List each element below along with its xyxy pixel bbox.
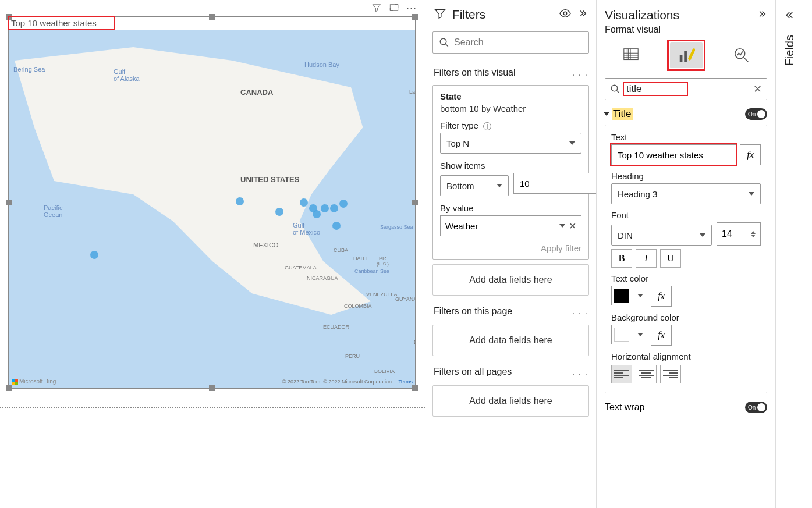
resize-handle[interactable] [412, 200, 418, 205]
collapse-pane-icon[interactable] [757, 9, 767, 22]
info-icon[interactable]: i [483, 122, 491, 130]
filter-card-state[interactable]: State bottom 10 by Weather Filter type i… [432, 85, 589, 260]
title-text-fx-button[interactable]: fx [740, 144, 761, 165]
map-data-point[interactable] [236, 197, 244, 205]
eye-icon[interactable] [559, 7, 572, 22]
filters-header: Filters [425, 0, 596, 27]
focus-mode-icon[interactable] [389, 2, 399, 15]
map-copyright: © 2022 TomTom, © 2022 Microsoft Corporat… [282, 379, 392, 385]
map-data-point[interactable] [313, 210, 321, 218]
filters-on-all-pages-header[interactable]: Filters on all pages . . . [425, 361, 596, 381]
filter-icon[interactable] [371, 2, 382, 15]
map-data-point[interactable] [330, 204, 338, 212]
bg-color-picker[interactable] [611, 325, 647, 344]
bg-color-label: Background color [611, 312, 761, 322]
show-items-count-input[interactable] [513, 173, 596, 194]
map-data-point[interactable] [275, 208, 283, 216]
map-data-point[interactable] [90, 251, 98, 259]
spinner-icon[interactable] [751, 231, 756, 237]
search-placeholder: Search [454, 37, 484, 48]
fields-label[interactable]: Fields [783, 35, 796, 66]
text-color-fx-button[interactable]: fx [651, 286, 672, 307]
title-section-header[interactable]: Title On [605, 108, 767, 120]
resize-handle[interactable] [6, 14, 12, 20]
map-data-point[interactable] [332, 222, 341, 230]
font-label: Font [611, 210, 761, 220]
search-icon [439, 37, 449, 48]
collapse-pane-icon[interactable] [577, 8, 588, 21]
apply-filter-button[interactable]: Apply filter [440, 243, 581, 253]
filter-field-name: State [440, 91, 581, 101]
text-wrap-toggle[interactable]: On [745, 402, 767, 413]
section-more-icon[interactable]: . . . [572, 306, 588, 317]
resize-handle[interactable] [412, 385, 418, 391]
font-size-input[interactable]: 14 [717, 222, 761, 246]
label-bolivia: BOLIVIA [374, 368, 395, 374]
chevron-down-icon[interactable] [559, 224, 565, 228]
filter-type-select[interactable]: Top N [440, 133, 581, 154]
filter-summary: bottom 10 by Weather [440, 104, 581, 113]
map-data-point[interactable] [300, 198, 308, 207]
resize-handle[interactable] [209, 14, 215, 20]
label-haiti: HAITI [353, 255, 367, 261]
align-center-button[interactable] [636, 365, 657, 383]
filters-on-visual-header[interactable]: Filters on this visual . . . [425, 62, 596, 81]
filters-search-input[interactable]: Search [432, 31, 589, 54]
format-search-input[interactable]: title ✕ [605, 78, 767, 100]
clear-search-icon[interactable]: ✕ [753, 83, 762, 95]
section-more-icon[interactable]: . . . [572, 68, 588, 78]
label-gulf-alaska: Gulf of Alaska [114, 68, 140, 82]
label-sargasso: Sargasso Sea [380, 224, 413, 230]
map-body[interactable]: Bering Sea Gulf of Alaska Hudson Bay Pac… [9, 30, 415, 388]
more-options-icon[interactable]: ··· [406, 2, 417, 15]
align-right-button[interactable] [660, 365, 681, 383]
resize-handle[interactable] [209, 385, 215, 391]
remove-field-icon[interactable]: ✕ [569, 221, 576, 232]
expand-pane-icon[interactable] [784, 9, 796, 23]
heading-select[interactable]: Heading 3 [611, 183, 761, 204]
format-tabs [605, 40, 767, 71]
text-color-picker[interactable] [611, 286, 647, 305]
label-pr: PR [379, 255, 387, 261]
resize-handle[interactable] [412, 14, 418, 20]
underline-button[interactable]: U [660, 249, 681, 268]
label-caribbean: Caribbean Sea [354, 268, 389, 274]
chevron-down-icon [569, 141, 575, 145]
filter-type-label: Filter type i [440, 120, 581, 130]
label-nicaragua: NICARAGUA [307, 275, 338, 281]
bg-color-fx-button[interactable]: fx [651, 325, 672, 346]
chevron-down-icon [604, 112, 609, 116]
visual-filter-field-well[interactable]: Add data fields here [432, 264, 589, 296]
map-data-point[interactable] [321, 204, 329, 212]
by-value-field-well[interactable]: Weather ✕ [440, 215, 581, 236]
title-text-input[interactable]: Top 10 weather states [611, 144, 736, 165]
resize-handle[interactable] [6, 200, 12, 205]
svg-point-1 [563, 12, 567, 15]
label-us: UNITED STATES [240, 175, 299, 184]
resize-handle[interactable] [6, 385, 12, 391]
report-filter-field-well[interactable]: Add data fields here [432, 385, 589, 417]
label-bering-sea: Bering Sea [13, 66, 45, 73]
canvas-divider [0, 407, 425, 408]
align-left-button[interactable] [611, 365, 632, 383]
italic-button[interactable]: I [636, 249, 657, 268]
map-terms-link[interactable]: Terms [399, 379, 413, 385]
analytics-tab[interactable] [725, 42, 758, 68]
viz-header: Visualizations [605, 0, 767, 23]
filters-on-page-header[interactable]: Filters on this page . . . [425, 300, 596, 320]
build-visual-tab[interactable] [615, 42, 647, 68]
chevron-down-icon [700, 233, 705, 237]
align-label: Horizontal alignment [611, 351, 761, 361]
bold-button[interactable]: B [611, 249, 632, 268]
section-more-icon[interactable]: . . . [572, 367, 588, 377]
font-family-select[interactable]: DIN [611, 225, 712, 246]
page-filter-field-well[interactable]: Add data fields here [432, 325, 589, 356]
map-data-point[interactable] [339, 200, 348, 208]
format-visual-tab[interactable] [670, 42, 703, 68]
show-items-direction-select[interactable]: Bottom [440, 175, 509, 196]
microsoft-logo-icon [12, 379, 18, 385]
title-toggle[interactable]: On [745, 108, 767, 120]
chevron-down-icon [637, 333, 643, 336]
map-visual[interactable]: Top 10 weather states Bering Sea Gulf of… [8, 16, 416, 389]
chevron-down-icon [637, 294, 643, 297]
